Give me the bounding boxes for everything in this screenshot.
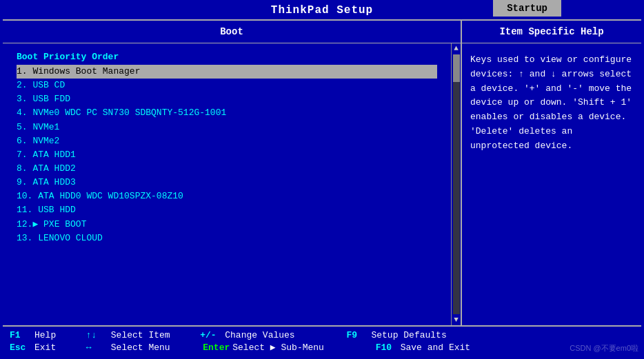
boot-item[interactable]: 6. NVMe2 <box>17 134 437 148</box>
tab-startup[interactable]: Startup <box>493 0 561 17</box>
footer-row1: F1 Help ↑↓ Select Item +/- Change Values… <box>10 330 634 340</box>
footer: F1 Help ↑↓ Select Item +/- Change Values… <box>3 325 641 356</box>
scroll-down-arrow: ▼ <box>454 316 459 324</box>
scrollbar: ▲ ▼ <box>451 43 461 325</box>
boot-item[interactable]: 2. USB CD <box>17 79 437 92</box>
boot-item[interactable]: 1. Windows Boot Manager <box>17 65 437 79</box>
boot-priority-label: Boot Priority Order <box>17 52 437 62</box>
desc-change-values: Change Values <box>225 330 327 340</box>
boot-item[interactable]: 4. NVMe0 WDC PC SN730 SDBQNTY-512G-1001 <box>17 106 437 120</box>
desc-save-exit: Save and Exit <box>401 342 470 353</box>
watermark: CSDN @不要em0啦 <box>570 343 638 353</box>
boot-item[interactable]: 13. LENOVO CLOUD <box>17 232 437 245</box>
boot-items-container: 1. Windows Boot Manager 2. USB CD 3. USB… <box>17 65 437 245</box>
right-panel: Item Specific Help Keys used to view or … <box>462 21 641 325</box>
bios-screen: ThinkPad Setup Startup Boot Boot Priorit… <box>0 0 644 359</box>
scroll-thumb <box>453 54 460 82</box>
left-panel: Boot Boot Priority Order 1. Windows Boot… <box>3 21 462 325</box>
desc-exit: Exit <box>34 342 67 353</box>
key-f1: F1 <box>10 330 34 340</box>
desc-sub-menu: Select ▶ Sub-Menu <box>232 342 356 353</box>
desc-setup-defaults: Setup Defaults <box>371 330 446 340</box>
boot-list: Boot Priority Order 1. Windows Boot Mana… <box>3 43 451 325</box>
boot-item[interactable]: 10. ATA HDD0 WDC WD10SPZX-08Z10 <box>17 189 437 203</box>
scroll-up-arrow: ▲ <box>454 45 459 52</box>
key-f10: F10 <box>376 342 401 353</box>
boot-item[interactable]: 3. USB FDD <box>17 92 437 106</box>
key-leftright: ↔ <box>86 342 111 353</box>
desc-help: Help <box>34 330 67 340</box>
boot-item[interactable]: 12.▶ PXE BOOT <box>17 218 437 232</box>
desc-select-item: Select Item <box>111 330 181 340</box>
boot-item[interactable]: 8. ATA HDD2 <box>17 162 437 176</box>
key-plusminus: +/- <box>200 330 225 340</box>
boot-item[interactable]: 11. USB HDD <box>17 203 437 217</box>
key-esc: Esc <box>10 342 34 353</box>
bios-title: ThinkPad Setup <box>271 4 373 17</box>
left-panel-inner: Boot Priority Order 1. Windows Boot Mana… <box>3 43 461 325</box>
right-panel-title: Item Specific Help <box>462 21 641 43</box>
boot-item[interactable]: 7. ATA HDD1 <box>17 148 437 162</box>
key-f9: F9 <box>346 330 371 340</box>
scroll-track <box>453 54 460 314</box>
boot-item[interactable]: 9. ATA HDD3 <box>17 176 437 189</box>
main-area: Boot Boot Priority Order 1. Windows Boot… <box>3 19 641 325</box>
desc-select-menu: Select Menu <box>111 342 181 353</box>
left-panel-title: Boot <box>3 21 461 43</box>
key-updown: ↑↓ <box>86 330 111 340</box>
help-text: Keys used to view or configure devices: … <box>462 43 641 163</box>
title-bar: ThinkPad Setup Startup <box>0 0 644 19</box>
footer-row2: Esc Exit ↔ Select Menu Enter Select ▶ Su… <box>10 342 634 353</box>
boot-item[interactable]: 5. NVMe1 <box>17 121 437 134</box>
key-enter: Enter <box>203 342 230 353</box>
